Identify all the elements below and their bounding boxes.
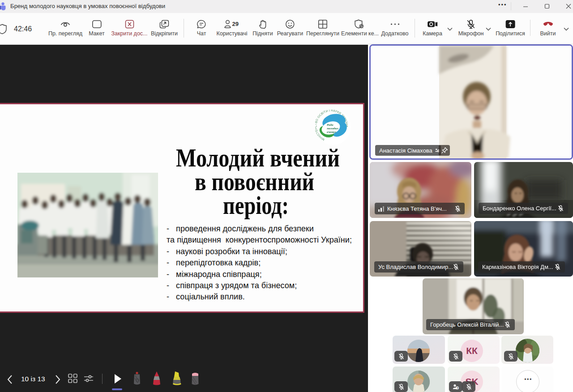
svg-text:?: ? [457,386,458,389]
svg-text:молодих: молодих [326,127,338,130]
svg-text:Рада: Рада [327,123,334,127]
svg-text:29: 29 [232,21,238,27]
svg-text:вчених: вчених [327,130,337,134]
